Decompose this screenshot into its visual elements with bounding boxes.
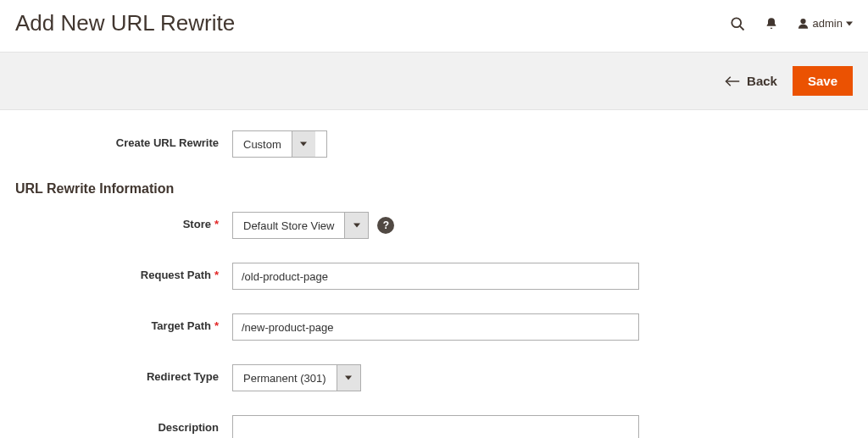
label-target-path: Target Path*: [15, 313, 232, 332]
row-create-url-rewrite: Create URL Rewrite Custom: [15, 130, 853, 158]
arrow-left-icon: [725, 75, 740, 87]
select-store-value: Default Store View: [233, 213, 344, 238]
action-bar: Back Save: [0, 53, 868, 110]
svg-line-1: [739, 25, 743, 30]
label-request-path-text: Request Path: [141, 269, 211, 281]
row-target-path: Target Path*: [15, 313, 853, 341]
label-store: Store*: [15, 212, 232, 230]
row-request-path: Request Path*: [15, 263, 853, 290]
row-store: Store* Default Store View ?: [15, 212, 853, 239]
chevron-down-icon: [846, 20, 853, 27]
select-redirect-type[interactable]: Permanent (301): [232, 364, 361, 391]
back-button-label: Back: [747, 74, 777, 88]
input-request-path[interactable]: [232, 263, 639, 290]
page-title: Add New URL Rewrite: [15, 10, 235, 36]
select-store[interactable]: Default Store View: [232, 212, 369, 239]
save-button[interactable]: Save: [793, 66, 853, 96]
back-button[interactable]: Back: [725, 74, 777, 88]
help-icon[interactable]: ?: [377, 217, 394, 234]
label-redirect-type: Redirect Type: [15, 364, 232, 383]
chevron-down-icon: [344, 213, 368, 238]
label-target-path-text: Target Path: [151, 319, 211, 332]
label-store-text: Store: [183, 218, 211, 230]
header-actions: admin: [729, 15, 853, 32]
input-target-path[interactable]: [232, 313, 639, 341]
search-icon[interactable]: [729, 15, 746, 32]
select-create-url-rewrite[interactable]: Custom: [232, 130, 327, 158]
section-title: URL Rewrite Information: [15, 181, 853, 197]
label-request-path: Request Path*: [15, 263, 232, 281]
notifications-icon[interactable]: [765, 16, 778, 31]
admin-user-menu[interactable]: admin: [797, 17, 853, 30]
label-description: Description: [15, 415, 232, 434]
select-create-url-rewrite-value: Custom: [233, 131, 292, 157]
select-redirect-type-value: Permanent (301): [233, 365, 337, 391]
required-mark: *: [214, 269, 219, 281]
required-mark: *: [214, 218, 219, 230]
svg-point-2: [800, 19, 805, 24]
chevron-down-icon: [292, 131, 315, 157]
form-area: Create URL Rewrite Custom URL Rewrite In…: [0, 110, 868, 438]
row-description: Description: [15, 415, 853, 438]
svg-point-0: [732, 18, 741, 27]
row-redirect-type: Redirect Type Permanent (301): [15, 364, 853, 391]
label-create-url-rewrite: Create URL Rewrite: [15, 130, 232, 149]
page-header: Add New URL Rewrite admin: [0, 0, 868, 53]
user-icon: [797, 17, 810, 30]
chevron-down-icon: [337, 365, 360, 391]
admin-user-label: admin: [813, 17, 843, 30]
textarea-description[interactable]: [232, 415, 639, 438]
required-mark: *: [214, 319, 219, 332]
